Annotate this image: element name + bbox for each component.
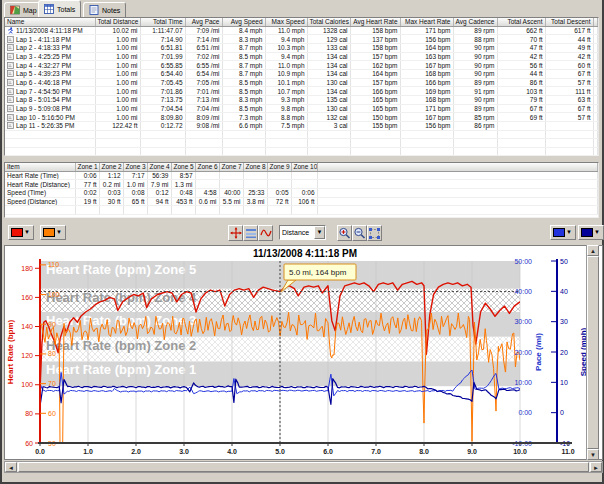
zoom-out-button[interactable] [352, 225, 367, 241]
speed-color-button[interactable]: ▼ [578, 225, 604, 240]
smooth-line-toggle-button[interactable] [258, 225, 273, 241]
cell: 91 rpm [453, 87, 497, 96]
cell-filler [593, 122, 598, 131]
chart-vertical-scrollbar[interactable]: ▲ ▼ [586, 245, 599, 460]
lap-row[interactable]: Lap 5 - 4:39:23 PM1.00 mi6:54.406:54 /mi… [5, 69, 598, 78]
lap-row[interactable]: Lap 6 - 4:46:18 PM1.00 mi7:05.457:05 /mi… [5, 78, 598, 87]
crosshair-tracking-button[interactable] [228, 225, 243, 241]
lap-row[interactable]: Lap 11 - 5:26:35 PM122.42 ft0:12.729:08 … [5, 122, 598, 131]
chart-horizontal-scrollbar[interactable]: ◄ ► [4, 461, 603, 473]
lap-row[interactable]: Lap 1 - 4:11:18 PM1.00 mi7:14.907:14 /mi… [5, 35, 598, 44]
scroll-right-icon[interactable]: ► [590, 462, 602, 472]
lap-icon [7, 79, 14, 86]
column-header[interactable]: Total Calories [307, 18, 350, 26]
column-header[interactable]: Avg Cadence [453, 18, 497, 26]
cell: 42 ft [497, 52, 545, 61]
cell: 88 rpm [453, 35, 497, 44]
zone-row[interactable]: Heart Rate (Distance)77 ft0.2 mi1.0 mi7.… [5, 180, 598, 189]
column-header[interactable]: Zone 10 [291, 163, 317, 171]
hr-tick-label: 180 [21, 265, 33, 272]
cadence-tick-label: 90 [48, 321, 56, 328]
zone-row[interactable]: Speed (Distance)19 ft30 ft65 ft94 ft453 … [5, 197, 598, 206]
column-header[interactable]: Avg Speed [222, 18, 265, 26]
lap-row[interactable]: 11/13/2008 4:11:18 PM10.02 mi1:11:47.077… [5, 26, 598, 35]
cell: 1.00 mi [95, 61, 140, 70]
cell: 130 cal [307, 78, 350, 87]
cell: 1:11:47.07 [140, 26, 185, 35]
cell [350, 130, 400, 139]
zoom-fit-button[interactable] [367, 225, 382, 241]
lap-row[interactable]: Lap 8 - 5:01:54 PM1.00 mi7:13.757:13 /mi… [5, 96, 598, 105]
cell: 7:04.54 [140, 104, 185, 113]
tab-map[interactable]: Map [4, 2, 43, 17]
column-header[interactable]: Total Descent [545, 18, 593, 26]
lap-row[interactable]: Lap 3 - 4:25:25 PM1.00 mi7:01.997:02 /mi… [5, 52, 598, 61]
scroll-down-icon[interactable]: ▼ [587, 449, 599, 460]
column-header[interactable]: Zone 1 [75, 163, 99, 171]
cell: 9.3 mph [265, 96, 307, 105]
column-header[interactable]: Zone 7 [219, 163, 243, 171]
cell: 7:09 /mi [185, 26, 222, 35]
column-header[interactable]: Total Time [140, 18, 185, 26]
tab-notes[interactable]: Notes [83, 2, 126, 17]
lap-row[interactable]: Lap 7 - 4:54:50 PM1.00 mi7:01.867:01 /mi… [5, 87, 598, 96]
cell: 90 rpm [453, 43, 497, 52]
column-header[interactable]: Zone 6 [195, 163, 219, 171]
column-header[interactable]: Zone 2 [99, 163, 123, 171]
cell: Lap 9 - 5:09:08 PM [5, 104, 95, 113]
cadence-color-button[interactable]: ▼ [40, 225, 66, 240]
pace-color-button[interactable]: ▼ [550, 225, 576, 240]
column-header[interactable]: Zone 8 [243, 163, 267, 171]
cell: 90 rpm [453, 61, 497, 70]
column-header[interactable]: Total Distance [95, 18, 140, 26]
cell [350, 139, 400, 148]
lap-icon [7, 96, 14, 103]
cell: Lap 8 - 5:01:54 PM [5, 96, 95, 105]
vertical-scroll-thumb[interactable] [587, 256, 599, 449]
cell [267, 206, 291, 215]
column-header[interactable]: Avg Pace [185, 18, 222, 26]
column-header[interactable]: Total Ascent [497, 18, 545, 26]
lap-row[interactable]: Lap 9 - 5:09:08 PM1.00 mi7:04.547:04 /mi… [5, 104, 598, 113]
cell [593, 148, 598, 156]
cell: 8.5 mph [222, 52, 265, 61]
column-header[interactable]: Zone 5 [171, 163, 195, 171]
cadence-tick-label: 100 [48, 291, 60, 298]
tab-totals[interactable]: Totals [38, 0, 81, 17]
column-header[interactable]: Zone 9 [267, 163, 291, 171]
zone-row[interactable]: Heart Rate (Time)0:061:127:1756:398:57 [5, 171, 598, 180]
cell: 156 bpm [400, 122, 453, 131]
column-header[interactable]: Item [5, 163, 75, 171]
lap-row[interactable]: Lap 10 - 5:16:50 PM1.00 mi8:09.808:09 /m… [5, 113, 598, 122]
activity-chart[interactable]: Heart Rate (bpm) Zone 5Heart Rate (bpm) … [4, 245, 603, 460]
lap-row[interactable]: Lap 4 - 4:32:27 PM1.00 mi6:55.856:55 /mi… [5, 61, 598, 70]
lap-icon [7, 122, 14, 129]
zoom-in-button[interactable] [337, 225, 352, 241]
zone-row[interactable]: Speed (Time)0:020:030:080:120:484:5840:0… [5, 188, 598, 197]
heart-rate-color-button[interactable]: ▼ [8, 225, 34, 240]
column-header[interactable]: Zone 4 [147, 163, 171, 171]
lap-row[interactable]: Lap 2 - 4:18:33 PM1.00 mi6:51.816:51 /mi… [5, 43, 598, 52]
column-header[interactable]: Name [5, 18, 95, 26]
column-header[interactable]: Max Speed [265, 18, 307, 26]
cell: 6:55 /mi [185, 61, 222, 70]
chevron-down-icon[interactable]: ▼ [314, 226, 325, 239]
zone-bands-toggle-button[interactable] [243, 225, 258, 241]
column-header[interactable]: Avg Heart Rate [350, 18, 400, 26]
cell: 8:09.80 [140, 113, 185, 122]
cell: 8:57 [171, 171, 195, 180]
lap-icon [7, 36, 14, 43]
cell: 49 ft [545, 43, 593, 52]
x-axis-select[interactable]: Distance ▼ [279, 225, 326, 240]
scroll-left-icon[interactable]: ◄ [5, 462, 17, 472]
cell: 9.4 mph [265, 52, 307, 61]
cell [545, 130, 593, 139]
cell: 150 bpm [350, 113, 400, 122]
scroll-up-icon[interactable]: ▲ [587, 245, 599, 256]
column-header[interactable]: Max Heart Rate [400, 18, 453, 26]
cell: 6:55.85 [140, 61, 185, 70]
cell [195, 180, 219, 189]
cell: 10.1 mph [265, 78, 307, 87]
column-header[interactable]: Zone 3 [123, 163, 147, 171]
horizontal-scroll-thumb[interactable] [18, 462, 589, 472]
